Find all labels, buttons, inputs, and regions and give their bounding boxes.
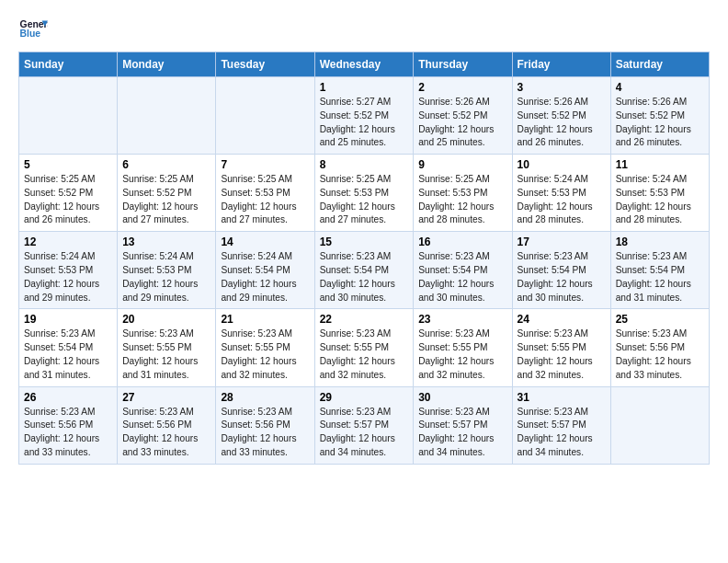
day-info: Sunrise: 5:25 AM Sunset: 5:53 PM Dayligh… [418,173,506,227]
header: General Blue [18,15,710,44]
calendar-day-6: 6Sunrise: 5:25 AM Sunset: 5:52 PM Daylig… [118,155,216,232]
day-info: Sunrise: 5:23 AM Sunset: 5:55 PM Dayligh… [418,327,506,382]
calendar-day-22: 22Sunrise: 5:23 AM Sunset: 5:55 PM Dayli… [314,309,414,386]
day-number: 3 [518,81,606,94]
weekday-header-wednesday: Wednesday [314,52,414,77]
day-info: Sunrise: 5:26 AM Sunset: 5:52 PM Dayligh… [616,96,704,150]
calendar-day-10: 10Sunrise: 5:24 AM Sunset: 5:53 PM Dayli… [512,155,610,232]
day-info: Sunrise: 5:23 AM Sunset: 5:54 PM Dayligh… [24,327,112,382]
calendar-day-5: 5Sunrise: 5:25 AM Sunset: 5:52 PM Daylig… [19,155,118,232]
day-number: 8 [320,158,409,171]
day-number: 19 [24,313,112,326]
calendar-day-9: 9Sunrise: 5:25 AM Sunset: 5:53 PM Daylig… [414,155,512,232]
calendar-day-11: 11Sunrise: 5:24 AM Sunset: 5:53 PM Dayli… [610,155,709,232]
calendar-day-24: 24Sunrise: 5:23 AM Sunset: 5:55 PM Dayli… [512,309,610,386]
weekday-header-tuesday: Tuesday [216,52,314,77]
calendar-day-30: 30Sunrise: 5:23 AM Sunset: 5:57 PM Dayli… [414,386,512,464]
day-number: 15 [320,236,409,248]
day-number: 7 [221,158,309,171]
calendar-day-17: 17Sunrise: 5:23 AM Sunset: 5:54 PM Dayli… [512,232,610,309]
day-number: 31 [518,391,606,404]
day-info: Sunrise: 5:23 AM Sunset: 5:54 PM Dayligh… [616,250,704,304]
calendar-day-29: 29Sunrise: 5:23 AM Sunset: 5:57 PM Dayli… [314,386,414,464]
day-info: Sunrise: 5:25 AM Sunset: 5:53 PM Dayligh… [221,173,309,227]
day-number: 2 [418,81,506,94]
calendar-week-row: 19Sunrise: 5:23 AM Sunset: 5:54 PM Dayli… [19,309,710,386]
calendar-day-31: 31Sunrise: 5:23 AM Sunset: 5:57 PM Dayli… [512,386,610,464]
day-info: Sunrise: 5:23 AM Sunset: 5:54 PM Dayligh… [518,250,606,304]
day-number: 16 [418,236,506,248]
day-info: Sunrise: 5:23 AM Sunset: 5:56 PM Dayligh… [616,327,704,382]
empty-cell [19,77,118,155]
day-number: 10 [518,158,606,171]
day-number: 27 [122,391,210,404]
calendar-day-18: 18Sunrise: 5:23 AM Sunset: 5:54 PM Dayli… [610,232,709,309]
day-number: 26 [24,391,112,404]
day-number: 11 [616,158,704,171]
calendar-table: SundayMondayTuesdayWednesdayThursdayFrid… [18,52,710,465]
day-info: Sunrise: 5:23 AM Sunset: 5:56 PM Dayligh… [122,406,210,460]
day-info: Sunrise: 5:24 AM Sunset: 5:53 PM Dayligh… [24,250,112,304]
day-number: 13 [122,236,210,248]
weekday-header-thursday: Thursday [414,52,512,77]
calendar-day-16: 16Sunrise: 5:23 AM Sunset: 5:54 PM Dayli… [414,232,512,309]
weekday-header-row: SundayMondayTuesdayWednesdayThursdayFrid… [19,52,710,77]
day-number: 9 [418,158,506,171]
calendar-day-13: 13Sunrise: 5:24 AM Sunset: 5:53 PM Dayli… [118,232,216,309]
day-info: Sunrise: 5:23 AM Sunset: 5:54 PM Dayligh… [418,250,506,304]
calendar-week-row: 5Sunrise: 5:25 AM Sunset: 5:52 PM Daylig… [19,155,710,232]
empty-cell [610,386,709,464]
calendar-week-row: 12Sunrise: 5:24 AM Sunset: 5:53 PM Dayli… [19,232,710,309]
day-info: Sunrise: 5:25 AM Sunset: 5:52 PM Dayligh… [122,173,210,227]
calendar-day-2: 2Sunrise: 5:26 AM Sunset: 5:52 PM Daylig… [414,77,512,155]
calendar-day-8: 8Sunrise: 5:25 AM Sunset: 5:53 PM Daylig… [314,155,414,232]
calendar-day-7: 7Sunrise: 5:25 AM Sunset: 5:53 PM Daylig… [216,155,314,232]
calendar-week-row: 1Sunrise: 5:27 AM Sunset: 5:52 PM Daylig… [19,77,710,155]
day-number: 25 [616,313,704,326]
calendar-day-3: 3Sunrise: 5:26 AM Sunset: 5:52 PM Daylig… [512,77,610,155]
day-number: 24 [518,313,606,326]
day-number: 22 [320,313,409,326]
calendar-day-25: 25Sunrise: 5:23 AM Sunset: 5:56 PM Dayli… [610,309,709,386]
calendar-day-21: 21Sunrise: 5:23 AM Sunset: 5:55 PM Dayli… [216,309,314,386]
calendar-day-27: 27Sunrise: 5:23 AM Sunset: 5:56 PM Dayli… [118,386,216,464]
day-number: 30 [418,391,506,404]
day-info: Sunrise: 5:23 AM Sunset: 5:55 PM Dayligh… [320,327,409,382]
day-number: 17 [518,236,606,248]
day-info: Sunrise: 5:24 AM Sunset: 5:53 PM Dayligh… [616,173,704,227]
day-info: Sunrise: 5:23 AM Sunset: 5:56 PM Dayligh… [221,406,309,460]
day-info: Sunrise: 5:23 AM Sunset: 5:55 PM Dayligh… [518,327,606,382]
day-info: Sunrise: 5:23 AM Sunset: 5:57 PM Dayligh… [418,406,506,460]
weekday-header-saturday: Saturday [610,52,709,77]
day-info: Sunrise: 5:23 AM Sunset: 5:57 PM Dayligh… [518,406,606,460]
day-info: Sunrise: 5:23 AM Sunset: 5:57 PM Dayligh… [320,406,409,460]
day-info: Sunrise: 5:23 AM Sunset: 5:56 PM Dayligh… [24,406,112,460]
day-info: Sunrise: 5:25 AM Sunset: 5:52 PM Dayligh… [24,173,112,227]
calendar-week-row: 26Sunrise: 5:23 AM Sunset: 5:56 PM Dayli… [19,386,710,464]
day-info: Sunrise: 5:24 AM Sunset: 5:54 PM Dayligh… [221,250,309,304]
day-info: Sunrise: 5:23 AM Sunset: 5:55 PM Dayligh… [221,327,309,382]
day-info: Sunrise: 5:25 AM Sunset: 5:53 PM Dayligh… [320,173,409,227]
day-number: 12 [24,236,112,248]
svg-text:Blue: Blue [20,29,41,39]
calendar-day-19: 19Sunrise: 5:23 AM Sunset: 5:54 PM Dayli… [19,309,118,386]
calendar-day-12: 12Sunrise: 5:24 AM Sunset: 5:53 PM Dayli… [19,232,118,309]
day-info: Sunrise: 5:27 AM Sunset: 5:52 PM Dayligh… [320,96,409,150]
calendar-day-26: 26Sunrise: 5:23 AM Sunset: 5:56 PM Dayli… [19,386,118,464]
weekday-header-monday: Monday [118,52,216,77]
day-info: Sunrise: 5:24 AM Sunset: 5:53 PM Dayligh… [518,173,606,227]
day-number: 21 [221,313,309,326]
day-info: Sunrise: 5:23 AM Sunset: 5:54 PM Dayligh… [320,250,409,304]
day-number: 6 [122,158,210,171]
calendar-day-20: 20Sunrise: 5:23 AM Sunset: 5:55 PM Dayli… [118,309,216,386]
calendar-day-15: 15Sunrise: 5:23 AM Sunset: 5:54 PM Dayli… [314,232,414,309]
day-info: Sunrise: 5:24 AM Sunset: 5:53 PM Dayligh… [122,250,210,304]
day-info: Sunrise: 5:26 AM Sunset: 5:52 PM Dayligh… [418,96,506,150]
day-number: 23 [418,313,506,326]
calendar-day-4: 4Sunrise: 5:26 AM Sunset: 5:52 PM Daylig… [610,77,709,155]
day-number: 1 [320,81,409,94]
calendar-day-1: 1Sunrise: 5:27 AM Sunset: 5:52 PM Daylig… [314,77,414,155]
calendar-day-28: 28Sunrise: 5:23 AM Sunset: 5:56 PM Dayli… [216,386,314,464]
logo: General Blue [18,15,48,44]
day-number: 5 [24,158,112,171]
